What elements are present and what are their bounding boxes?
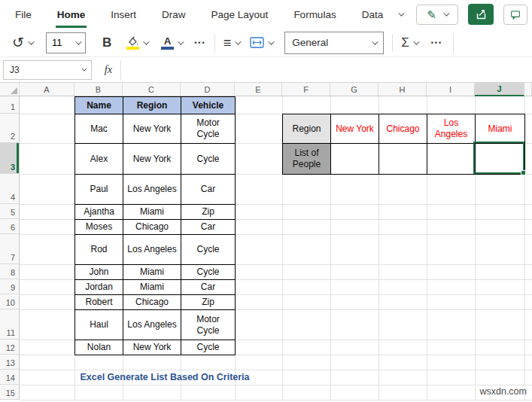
column-header-I[interactable]: I: [427, 83, 475, 96]
cell-C9[interactable]: Miami: [123, 280, 181, 295]
cell-C2[interactable]: New York: [123, 114, 181, 144]
cell-D4[interactable]: Car: [181, 175, 236, 205]
share-button[interactable]: [468, 4, 494, 25]
column-header-J[interactable]: J: [475, 83, 524, 96]
column-header-H[interactable]: H: [378, 83, 427, 96]
row-header-4[interactable]: 4: [0, 174, 20, 204]
cell-C3[interactable]: New York: [123, 144, 181, 175]
cell-F2[interactable]: Region: [283, 114, 331, 144]
undo-button[interactable]: ↺: [12, 35, 32, 50]
merge-cells-button[interactable]: [250, 37, 272, 48]
number-format-dropdown[interactable]: General: [284, 32, 384, 54]
cell-F3[interactable]: List of People: [283, 144, 331, 175]
cell-B12[interactable]: Nolan: [75, 340, 123, 355]
more-font-options-button[interactable]: •••: [194, 39, 205, 47]
cell-B9[interactable]: Jordan: [75, 280, 123, 295]
tab-insert[interactable]: Insert: [109, 2, 138, 28]
column-header-E[interactable]: E: [235, 83, 282, 96]
insert-function-button[interactable]: fx: [96, 60, 120, 80]
cell-C8[interactable]: Miami: [123, 265, 181, 280]
tab-data[interactable]: Data: [360, 2, 385, 28]
cell-B2[interactable]: Mac: [75, 114, 123, 144]
cell-C12[interactable]: New York: [123, 340, 181, 355]
cell-H3[interactable]: [379, 144, 427, 175]
cell-B10[interactable]: Robert: [75, 295, 123, 310]
select-all-button[interactable]: [0, 83, 20, 96]
ribbon-tab-bar: File Home Insert Draw Page Layout Formul…: [0, 0, 532, 29]
tab-draw[interactable]: Draw: [160, 2, 187, 28]
row-header-7[interactable]: 7: [0, 234, 20, 264]
row-header-5[interactable]: 5: [0, 204, 20, 219]
cell-D1[interactable]: Vehicle: [181, 97, 236, 114]
ribbon-overflow-chevron-icon[interactable]: [398, 10, 404, 16]
cell-D7[interactable]: Cycle: [181, 235, 236, 265]
caption-cell-B14[interactable]: Excel Generate List Based On Criteria: [74, 370, 255, 385]
row-header-6[interactable]: 6: [0, 219, 20, 234]
cell-B11[interactable]: Haul: [75, 310, 123, 340]
cell-H2[interactable]: Chicago: [379, 114, 427, 144]
comments-button[interactable]: [503, 5, 527, 25]
cell-B7[interactable]: Rod: [75, 235, 123, 265]
cell-B4[interactable]: Paul: [75, 175, 123, 205]
cell-C5[interactable]: Miami: [123, 205, 181, 220]
row-header-2[interactable]: 2: [0, 114, 20, 143]
cell-D2[interactable]: Motor Cycle: [181, 114, 236, 144]
column-header-B[interactable]: B: [74, 83, 123, 96]
alignment-button[interactable]: ≡: [223, 36, 240, 50]
row-header-13[interactable]: 13: [0, 355, 20, 370]
chevron-down-icon: [75, 38, 81, 44]
cell-D12[interactable]: Cycle: [181, 340, 236, 355]
cell-D9[interactable]: Car: [181, 280, 236, 295]
font-color-button[interactable]: A: [161, 36, 182, 50]
tab-file[interactable]: File: [14, 2, 33, 28]
cell-B1[interactable]: Name: [75, 97, 123, 114]
font-size-dropdown[interactable]: 11: [46, 32, 86, 53]
tab-home[interactable]: Home: [56, 2, 87, 28]
cell-C1[interactable]: Region: [123, 97, 181, 114]
row-header-14[interactable]: 14: [0, 370, 20, 385]
row-header-11[interactable]: 11: [0, 309, 20, 340]
cell-D8[interactable]: Cycle: [181, 265, 236, 280]
cell-G3[interactable]: [331, 144, 379, 175]
cell-C11[interactable]: Los Angeles: [123, 310, 181, 340]
cell-B8[interactable]: John: [75, 265, 123, 280]
cell-B5[interactable]: Ajantha: [75, 205, 123, 220]
autosum-button[interactable]: Σ: [401, 36, 418, 49]
row-header-9[interactable]: 9: [0, 279, 20, 294]
cell-C7[interactable]: Los Angeles: [123, 235, 181, 265]
cell-D10[interactable]: Zip: [181, 295, 236, 310]
cell-D5[interactable]: Zip: [181, 205, 236, 220]
cell-D11[interactable]: Motor Cycle: [181, 310, 236, 340]
more-toolbar-options-button[interactable]: •••: [431, 39, 442, 47]
formula-input[interactable]: [120, 60, 532, 80]
column-header-F[interactable]: F: [282, 83, 330, 96]
row-header-1[interactable]: 1: [0, 96, 20, 114]
column-header-G[interactable]: G: [330, 83, 378, 96]
cell-I3[interactable]: [427, 144, 476, 175]
tab-formulas[interactable]: Formulas: [292, 2, 337, 28]
row-header-3[interactable]: 3: [0, 143, 20, 174]
row-header-8[interactable]: 8: [0, 264, 20, 279]
column-header-D[interactable]: D: [181, 83, 235, 96]
cell-B3[interactable]: Alex: [75, 144, 123, 175]
row-header-10[interactable]: 10: [0, 294, 20, 309]
column-header-C[interactable]: C: [123, 83, 181, 96]
cell-C6[interactable]: Chicago: [123, 220, 181, 235]
fill-color-button[interactable]: [126, 36, 147, 50]
row-header-12[interactable]: 12: [0, 340, 20, 355]
fill-handle[interactable]: [521, 170, 526, 175]
bold-button[interactable]: B: [102, 36, 111, 49]
cell-I2[interactable]: Los Angeles: [427, 114, 476, 144]
cell-G2[interactable]: New York: [331, 114, 379, 144]
column-header-A[interactable]: A: [20, 83, 74, 96]
tab-page-layout[interactable]: Page Layout: [210, 2, 270, 28]
cell-D6[interactable]: Car: [181, 220, 236, 235]
cell-B6[interactable]: Moses: [75, 220, 123, 235]
row-header-15[interactable]: 15: [0, 385, 20, 400]
cell-C10[interactable]: Chicago: [123, 295, 181, 310]
cell-C4[interactable]: Los Angeles: [123, 175, 181, 205]
cell-D3[interactable]: Cycle: [181, 144, 236, 175]
editing-mode-button[interactable]: ✎: [416, 5, 458, 25]
name-box[interactable]: J3: [3, 60, 92, 80]
cell-J2[interactable]: Miami: [476, 114, 525, 144]
